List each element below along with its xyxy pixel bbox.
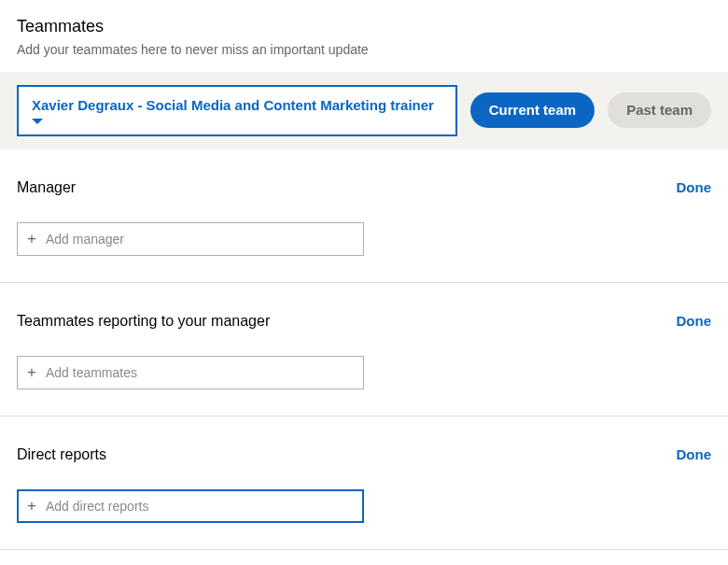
peers-section-title: Teammates reporting to your manager <box>17 313 270 330</box>
reports-section-title: Direct reports <box>17 446 106 463</box>
add-direct-reports-input[interactable]: + Add direct reports <box>17 489 364 523</box>
peers-done-link[interactable]: Done <box>677 313 712 329</box>
add-teammates-input[interactable]: + Add teammates <box>17 356 364 389</box>
selector-bar: Xavier Degraux - Social Media and Conten… <box>0 72 728 149</box>
plus-icon: + <box>27 498 36 514</box>
add-manager-input[interactable]: + Add manager <box>17 222 364 256</box>
manager-section: Manager Done + Add manager <box>0 149 728 283</box>
peers-section-header: Teammates reporting to your manager Done <box>17 313 711 330</box>
page-subtitle: Add your teammates here to never miss an… <box>17 42 711 57</box>
caret-down-icon <box>32 119 442 125</box>
page-header: Teammates Add your teammates here to nev… <box>0 0 728 72</box>
reports-section: Direct reports Done + Add direct reports <box>0 417 728 550</box>
manager-done-link[interactable]: Done <box>677 179 712 195</box>
team-toggle: Current team Past team <box>470 92 711 128</box>
add-teammates-placeholder: Add teammates <box>46 365 137 380</box>
add-manager-placeholder: Add manager <box>46 232 124 247</box>
reports-section-header: Direct reports Done <box>17 446 711 463</box>
manager-section-title: Manager <box>17 179 76 196</box>
peers-section: Teammates reporting to your manager Done… <box>0 283 728 417</box>
reports-done-link[interactable]: Done <box>677 446 712 462</box>
page-title: Teammates <box>17 17 711 36</box>
user-dropdown-label: Xavier Degraux - Social Media and Conten… <box>32 96 442 115</box>
add-direct-reports-placeholder: Add direct reports <box>46 499 149 514</box>
plus-icon: + <box>27 364 36 380</box>
past-team-button[interactable]: Past team <box>608 92 711 128</box>
current-team-button[interactable]: Current team <box>470 92 595 128</box>
manager-section-header: Manager Done <box>17 179 711 196</box>
user-dropdown[interactable]: Xavier Degraux - Social Media and Conten… <box>17 85 457 136</box>
plus-icon: + <box>27 231 36 247</box>
